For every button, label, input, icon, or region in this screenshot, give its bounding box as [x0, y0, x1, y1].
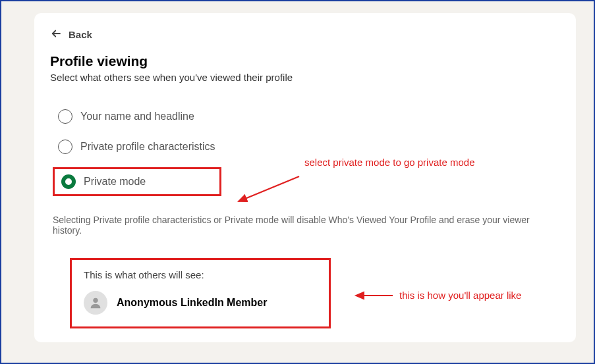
back-button[interactable]: Back: [50, 28, 560, 41]
radio-option-private-characteristics[interactable]: Private profile characteristics: [53, 137, 560, 157]
annotation-arrow-icon: [352, 290, 398, 301]
radio-option-private-mode[interactable]: Private mode: [53, 167, 221, 196]
preview-heading: This is what others will see:: [84, 269, 317, 280]
radio-icon: [58, 109, 72, 124]
annotation-text-appear: this is how you'll appear like: [399, 290, 521, 301]
disclaimer-text: Selecting Private profile characteristic…: [53, 215, 560, 236]
radio-label: Your name and headline: [80, 111, 194, 122]
radio-label: Private profile characteristics: [80, 141, 215, 153]
preview-box: This is what others will see: Anonymous …: [70, 258, 331, 328]
back-label: Back: [69, 29, 92, 40]
avatar-icon: [84, 291, 107, 315]
settings-card: Back Profile viewing Select what others …: [34, 13, 576, 342]
radio-selected-icon: [61, 174, 76, 189]
page-subtitle: Select what others see when you've viewe…: [50, 72, 560, 83]
page-title: Profile viewing: [50, 53, 560, 69]
radio-option-name-headline[interactable]: Your name and headline: [53, 107, 560, 126]
preview-row: Anonymous LinkedIn Member: [84, 291, 317, 315]
radio-group: Your name and headline Private profile c…: [53, 107, 560, 196]
radio-icon: [58, 140, 72, 154]
svg-point-1: [93, 298, 98, 303]
preview-name: Anonymous LinkedIn Member: [117, 297, 267, 309]
back-arrow-icon: [50, 28, 62, 41]
radio-label: Private mode: [84, 176, 146, 188]
